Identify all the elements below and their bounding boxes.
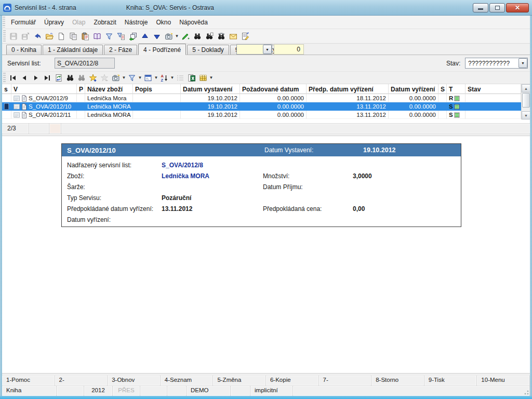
menu-item-n-stroje[interactable]: Nástroje [121,17,152,28]
scroll-down-icon[interactable]: ▼ [522,111,530,119]
sort-button[interactable]: AZ [158,72,170,83]
find-special-button[interactable] [215,30,227,42]
tab-0-kniha[interactable]: 0 - Kniha [6,45,42,55]
column-header-t[interactable]: T [447,84,466,94]
chevron-down-icon[interactable]: ▼ [263,45,272,54]
scroll-up-icon[interactable]: ▲ [522,84,530,92]
check-out-button[interactable] [179,30,191,42]
cell-t: S [447,111,466,119]
fkey-7-[interactable]: 7- [319,376,372,385]
menu-item-zobrazit[interactable]: Zobrazit [89,17,120,28]
form-view-button[interactable] [142,72,154,83]
last-record-button[interactable] [42,72,53,83]
fkey-3-obnov[interactable]: 3-Obnov [108,376,161,385]
column-header-s[interactable]: s [2,84,11,94]
export-excel-button[interactable] [186,72,197,83]
stav-combo[interactable]: ???????????? ▼ [465,58,528,69]
field-value-link[interactable]: Lednička MORA [162,172,209,180]
quick-filter-combo[interactable]: ▼ [236,44,272,55]
record-count-field[interactable]: 0 [274,44,304,55]
next-record-button[interactable] [30,72,42,83]
column-header-popis[interactable]: Popis [133,84,181,94]
fkey-4-seznam[interactable]: 4-Seznam [161,376,214,385]
send-back-button[interactable] [127,30,139,42]
book-icon [93,32,101,41]
snapshot-button[interactable] [163,30,175,42]
add-record-button[interactable] [87,72,99,83]
table-row[interactable]: S_OVA/2012/9Lednička Mora19.10.20120.00.… [2,94,521,102]
table-row[interactable]: S_OVA/2012/11Lednička MORA19.10.20120.00… [2,111,521,119]
fkey-5-změna[interactable]: 5-Změna [213,376,266,385]
restore-button[interactable] [489,3,505,12]
move-down-button[interactable] [151,30,163,42]
column-header-s2[interactable]: S [438,84,447,94]
cell-stav [466,111,521,119]
find-document-button[interactable] [203,30,215,42]
menu-item--pravy[interactable]: Úpravy [40,17,68,28]
copy-button[interactable] [67,30,79,42]
filter-button[interactable] [103,30,115,42]
chevron-down-icon[interactable]: ▼ [209,75,214,80]
chevron-down-icon[interactable]: ▼ [170,75,175,80]
close-button[interactable]: ✕ [506,3,529,12]
column-header-predp_datum[interactable]: Předp. datum vyřízení [307,84,389,94]
refresh-button[interactable] [53,72,64,83]
scrollbar-thumb[interactable] [522,93,530,108]
window-border-bottom [0,396,532,399]
chevron-down-icon[interactable]: ▼ [138,75,142,80]
undo-button[interactable] [31,30,43,42]
tab-5-doklady[interactable]: 5 - Doklady [187,45,229,55]
status-panel [49,124,61,134]
table-settings-button[interactable] [197,72,209,83]
column-header-datum_vystaveni[interactable]: Datum vystavení [181,84,240,94]
column-header-p[interactable]: P [77,84,85,94]
vertical-scrollbar[interactable]: ▲ ▼ [521,84,530,119]
menu-item-okno[interactable]: Okno [152,17,175,28]
chevron-down-icon[interactable]: ▼ [518,58,527,68]
column-header-stav[interactable]: Stav [466,84,521,94]
menu-item-formul-[interactable]: Formulář [7,17,40,28]
field-value-link[interactable]: S_OVA/2012/8 [162,162,203,169]
fkey-1-pomoc[interactable]: 1-Pomoc [2,376,55,385]
column-header-v[interactable]: V [11,84,77,94]
filter-document-button[interactable] [115,30,127,42]
resize-grip[interactable] [523,389,529,395]
snapshot-button[interactable] [110,72,122,83]
new-button[interactable] [55,30,67,42]
tab-2-fáze[interactable]: 2 - Fáze [104,45,137,55]
move-up-button[interactable] [139,30,151,42]
find-button[interactable] [191,30,203,42]
fkey-2-[interactable]: 2- [55,376,108,385]
fkey-8-storno[interactable]: 8-Storno [371,376,424,385]
menu-item-olap: Olap [68,17,89,28]
book-button[interactable] [91,30,103,42]
column-header-nazev[interactable]: Název zboží [85,84,133,94]
grid-green-icon [454,112,460,118]
column-header-pozadovane_datum[interactable]: Požadované datum [240,84,307,94]
open-button[interactable] [43,30,55,42]
fkey-9-tisk[interactable]: 9-Tisk [424,376,477,385]
binoculars-icon [77,74,86,82]
fkey-6-kopie[interactable]: 6-Kopie [266,376,319,385]
mail-button[interactable] [227,30,239,42]
column-header-datum_vyrizeni[interactable]: Datum vyřízení [389,84,438,94]
minimize-button[interactable] [473,3,488,12]
first-record-button[interactable] [7,72,19,83]
record-position: 2/3 [2,124,29,134]
filter-button[interactable] [126,72,138,83]
previous-record-button[interactable] [19,72,30,83]
chevron-down-icon[interactable]: ▼ [175,34,179,38]
tab-1-základní-údaje[interactable]: 1 - Základní údaje [43,45,103,55]
table-row[interactable]: S_OVA/2012/10Lednička MORA19.10.20120.00… [2,102,521,111]
field-value: 3,0000 [353,172,372,180]
paste-button[interactable] [79,30,91,42]
chevron-down-icon[interactable]: ▼ [122,75,126,80]
tab-4-podřízené[interactable]: 4 - Podřízené [138,44,186,55]
find-button[interactable] [64,72,76,83]
fkey-10-menu[interactable]: 10-Menu [477,376,530,385]
cell-s2 [438,102,447,111]
edit-document-button[interactable] [239,30,251,42]
menu-item-n-pov-da[interactable]: Nápověda [175,17,212,28]
chevron-down-icon[interactable]: ▼ [154,75,158,80]
servisni-list-field[interactable]: S_OVA/2012/8 [55,58,115,69]
